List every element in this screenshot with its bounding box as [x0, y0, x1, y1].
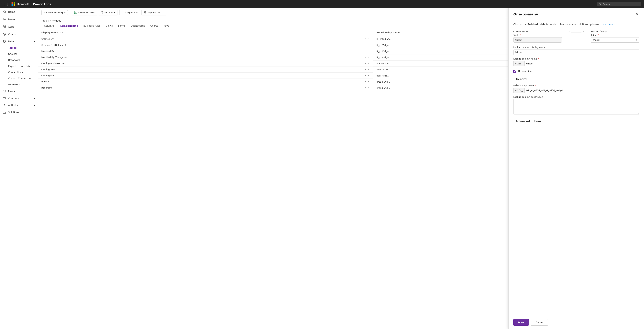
- hierarchical-checkbox[interactable]: [513, 70, 516, 73]
- panel-description: Choose the Related table from which to c…: [513, 23, 639, 26]
- search-input[interactable]: [603, 3, 639, 6]
- relationship-name-input[interactable]: [524, 88, 639, 93]
- sidebar-item-choices[interactable]: Choices: [0, 51, 38, 57]
- row-actions-menu[interactable]: •••: [365, 56, 370, 59]
- tab-views[interactable]: Views: [103, 23, 116, 29]
- export-lake-button[interactable]: Export to data l...: [142, 10, 166, 16]
- related-table-label: Table *: [591, 34, 639, 36]
- tab-business-rules[interactable]: Business rules: [81, 23, 103, 29]
- lookup-desc-label: Lookup column description: [513, 96, 639, 98]
- svg-point-11: [4, 105, 5, 106]
- advanced-options-toggle[interactable]: › Advanced options: [513, 118, 639, 124]
- cell-display-name: Created By (Delegate) •••: [38, 42, 373, 48]
- learn-more-link[interactable]: Learn more: [602, 23, 615, 26]
- hierarchical-label[interactable]: Hierarchical: [518, 70, 532, 73]
- sidebar-item-create[interactable]: Create: [0, 31, 38, 38]
- one-label: 1: [568, 30, 570, 33]
- sidebar-item-custom-connectors[interactable]: Custom Connectors: [0, 75, 38, 81]
- done-button[interactable]: Done: [513, 319, 529, 325]
- svg-rect-3: [4, 26, 6, 27]
- app-name-label: Power Apps: [33, 3, 51, 6]
- cancel-button[interactable]: Cancel: [531, 319, 548, 325]
- breadcrumb-tables[interactable]: Tables: [41, 19, 49, 22]
- tab-relationships[interactable]: Relationships: [57, 23, 81, 29]
- related-table-select[interactable]: Widget: [591, 37, 639, 43]
- row-actions-menu[interactable]: •••: [365, 87, 370, 89]
- sidebar-item-ai-builder[interactable]: AI Builder ▼: [0, 102, 38, 109]
- sidebar-item-gateways[interactable]: Gateways: [0, 81, 38, 88]
- svg-rect-4: [3, 27, 4, 28]
- toolbar-divider-1: [70, 10, 70, 15]
- sidebar: Home Learn Apps Create D: [0, 8, 38, 329]
- sidebar-solutions-label: Solutions: [8, 111, 19, 114]
- panel-close-button[interactable]: ✕: [635, 12, 639, 17]
- svg-rect-10: [3, 98, 6, 99]
- tab-keys[interactable]: Keys: [161, 23, 172, 29]
- col-display-name[interactable]: Display name ↑ ▾: [38, 29, 373, 36]
- get-data-label: Get data: [104, 11, 113, 14]
- export-lake-label: Export to data l...: [148, 11, 164, 14]
- tab-dashboards[interactable]: Dashboards: [128, 23, 148, 29]
- relationship-name-label: Relationship name *: [513, 84, 639, 87]
- row-actions-menu[interactable]: •••: [365, 74, 370, 77]
- row-actions-menu[interactable]: •••: [365, 62, 370, 65]
- svg-point-9: [4, 40, 6, 41]
- topbar-logo: Microsoft: [12, 2, 29, 6]
- grid-icon[interactable]: ⋮⋮: [3, 2, 9, 6]
- tab-columns[interactable]: Columns: [41, 23, 57, 29]
- row-actions-menu[interactable]: •••: [365, 38, 370, 40]
- panel-body: Choose the Related table from which to c…: [508, 19, 644, 315]
- search-box[interactable]: [597, 2, 641, 7]
- get-data-button[interactable]: Get data ▾: [99, 10, 118, 16]
- general-section-toggle[interactable]: ▾ General: [513, 76, 639, 82]
- brand-label: Microsoft: [16, 3, 29, 6]
- row-actions-menu[interactable]: •••: [365, 44, 370, 46]
- sort-icon: ↑ ▾: [60, 32, 63, 34]
- sidebar-item-connections[interactable]: Connections: [0, 69, 38, 75]
- sidebar-item-chatbots[interactable]: Chatbots ▼: [0, 95, 38, 102]
- sidebar-item-export-lake[interactable]: Export to data lake: [0, 63, 38, 69]
- required-star-5: *: [535, 84, 536, 87]
- edit-excel-label: Edit data in Excel: [78, 11, 95, 14]
- sidebar-item-learn[interactable]: Learn: [0, 16, 38, 23]
- sidebar-item-dataflows[interactable]: Dataflows: [0, 57, 38, 63]
- general-section-label: General: [516, 78, 527, 81]
- sidebar-item-data[interactable]: Data ▼: [0, 38, 38, 45]
- edit-excel-button[interactable]: Edit data in Excel: [72, 10, 97, 16]
- export-data-button[interactable]: ↗ Export data: [122, 10, 140, 15]
- lookup-display-input[interactable]: [513, 50, 639, 55]
- row-actions-menu[interactable]: •••: [365, 80, 370, 83]
- sidebar-item-tables[interactable]: Tables: [0, 45, 38, 51]
- tab-forms[interactable]: Forms: [116, 23, 128, 29]
- sidebar-item-apps[interactable]: Apps: [0, 23, 38, 31]
- sidebar-item-solutions[interactable]: Solutions: [0, 109, 38, 116]
- export-data-label: Export data: [127, 11, 138, 14]
- dropdown-arrow-icon: ▾: [64, 11, 66, 14]
- current-table-input: [513, 37, 562, 43]
- panel-footer: Done Cancel: [508, 315, 644, 329]
- chevron-ai-icon: ▼: [34, 104, 35, 106]
- learn-icon: [3, 18, 6, 21]
- svg-rect-5: [4, 27, 6, 28]
- apps-icon: [3, 25, 6, 29]
- add-icon: +: [44, 11, 45, 14]
- sidebar-item-flows[interactable]: Flows: [0, 88, 38, 95]
- tab-charts[interactable]: Charts: [148, 23, 161, 29]
- related-section-label: Related (Many): [591, 30, 639, 33]
- add-relationship-button[interactable]: + + Add relationship ▾: [41, 10, 68, 15]
- sidebar-item-home[interactable]: Home: [0, 8, 38, 16]
- lookup-desc-textarea[interactable]: [513, 99, 639, 115]
- flows-icon: [3, 90, 6, 93]
- get-data-icon: [101, 11, 104, 14]
- cell-display-name: Created By •••: [38, 36, 373, 42]
- cell-display-name: Record •••: [38, 79, 373, 85]
- row-actions-menu[interactable]: •••: [365, 68, 370, 71]
- lookup-desc-group: Lookup column description: [513, 96, 639, 115]
- chevron-general-icon: ▾: [513, 78, 515, 81]
- relationship-name-input-group: cr25d_: [513, 88, 639, 93]
- row-actions-menu[interactable]: •••: [365, 50, 370, 52]
- lookup-name-input[interactable]: [524, 61, 639, 66]
- topbar: ⋮⋮ Microsoft Power Apps: [0, 0, 644, 8]
- lookup-display-group: Lookup column display name *: [513, 46, 639, 55]
- required-star-3: *: [546, 46, 548, 49]
